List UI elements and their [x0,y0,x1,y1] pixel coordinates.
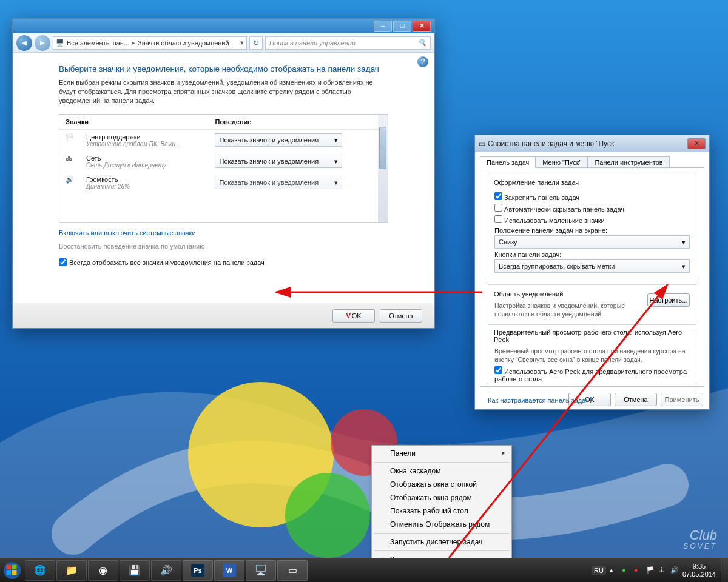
crumb-current[interactable]: Значки области уведомлений [138,39,229,47]
tab-taskbar[interactable]: Панель задач [480,156,536,168]
taskbar-icon: ▭ [479,139,485,148]
aero-peek-checkbox[interactable]: Использовать Aero Peek для предварительн… [494,366,690,383]
svg-rect-9 [12,570,17,575]
small-icons-checkbox[interactable]: Использовать маленькие значки [494,215,690,224]
menu-separator [374,533,509,534]
lang-indicator[interactable]: RU [592,566,606,575]
tab-toolbars[interactable]: Панели инструментов [588,156,669,168]
menu-sidebyside[interactable]: Отображать окна рядом [373,491,510,504]
menu-stack[interactable]: Отображать окна стопкой [373,478,510,491]
apply-button[interactable]: Применить [661,393,703,406]
refresh-button[interactable]: ↻ [249,36,263,50]
search-input[interactable]: Поиск в панели управления 🔍 [265,36,431,50]
taskbar-photoshop[interactable]: Ps [183,560,213,581]
window-titlebar[interactable]: – □ ✕ [13,19,434,33]
help-icon[interactable]: ? [417,56,428,67]
ps-icon: Ps [191,564,204,577]
behavior-combo[interactable]: Показать значок и уведомления▾ [215,155,342,168]
position-combo[interactable]: Снизу▾ [494,235,690,249]
autohide-checkbox[interactable]: Автоматически скрывать панель задач [494,204,690,213]
behavior-combo[interactable]: Показать значок и уведомления▾ [215,133,342,147]
cpl-icon: 🖥️ [254,564,268,577]
svg-point-1 [285,473,370,558]
ok-button[interactable]: VOK [332,309,375,323]
menu-cascade[interactable]: Окна каскадом [373,464,510,478]
menu-separator [374,550,509,551]
restore-defaults-link[interactable]: Восстановить поведение значка по умолчан… [59,242,388,250]
taskbar[interactable]: 🌐 📁 ◉ 💾 🔊 Ps W 🖥️ ▭ RU ▴ ● ● 🏳️ 🖧 🔊 9:35… [0,558,728,582]
scrollbar[interactable] [378,115,388,222]
nav-forward-button[interactable]: ► [35,35,50,51]
show-desktop-button[interactable] [721,558,728,583]
action-center-icon: 🏳️ [59,130,80,152]
icons-listbox: Значки Поведение 🏳️ Центр поддержки Устр… [59,114,388,223]
menu-task-manager[interactable]: Запустить диспетчер задач [373,535,510,549]
folder-icon: 🖥️ [56,39,64,47]
taskbar-word[interactable]: W [214,560,244,581]
taskbar-volume[interactable]: 🔊 [151,560,181,581]
behavior-combo[interactable]: Показать значок и уведомления▾ [215,176,342,189]
buttons-combo[interactable]: Всегда группировать, скрывать метки▾ [494,259,690,273]
volume-icon[interactable]: 🔊 [670,566,679,575]
maximize-button[interactable]: □ [393,21,411,32]
menu-separator [374,462,509,463]
svg-point-0 [188,382,334,527]
nav-back-button[interactable]: ◄ [16,35,32,51]
buttons-label: Кнопки панели задач: [494,251,690,258]
floppy-icon: 💾 [128,564,141,577]
svg-rect-6 [7,564,12,569]
taskbar-ie[interactable]: 🌐 [25,560,55,581]
network-icon: 🖧 [59,151,80,172]
system-tray: RU ▴ ● ● 🏳️ 🖧 🔊 9:35 07.05.2014 [587,563,721,578]
taskbar-save[interactable]: 💾 [120,560,150,581]
configure-button[interactable]: Настроить... [647,293,690,307]
svg-rect-8 [7,570,12,575]
network-icon[interactable]: 🖧 [658,566,667,575]
aero-peek-group: Предварительный просмотр рабочего стола,… [488,330,696,390]
breadcrumb[interactable]: 🖥️ Все элементы пан... ▸ Значки области … [53,36,247,50]
taskbar-control-panel[interactable]: 🖥️ [246,560,276,581]
folder-icon: 📁 [65,564,78,577]
table-row: 🔊 Громкость Динамики: 26% Показать значо… [59,172,378,193]
start-button[interactable] [0,558,24,583]
table-row: 🖧 Сеть Сеть Доступ к Интернету Показать … [59,151,378,172]
chrome-icon: ◉ [96,564,110,577]
taskbar-chrome[interactable]: ◉ [88,560,118,581]
lock-taskbar-checkbox[interactable]: Закрепить панель задач [494,192,690,201]
ie-icon: 🌐 [33,564,47,577]
cancel-button[interactable]: Отмена [380,309,422,323]
toggle-system-icons-link[interactable]: Включить или выключить системные значки [59,229,388,236]
taskbar-properties[interactable]: ▭ [277,560,308,581]
menu-panels[interactable]: Панели [373,447,510,460]
crumb-parent[interactable]: Все элементы пан... [67,39,129,47]
notification-group: Область уведомлений Настройка значков и … [488,284,696,325]
props-icon: ▭ [286,564,299,577]
watermark: Club SOVET [683,530,717,552]
flag-icon[interactable]: 🏳️ [646,566,655,575]
tab-strip: Панель задач Меню "Пуск" Панели инструме… [480,156,704,167]
notification-text: Настройка значков и уведомлений, которые… [494,301,634,318]
tray-chevron-icon[interactable]: ▴ [610,566,618,575]
tab-start-menu[interactable]: Меню "Пуск" [536,156,588,168]
window-titlebar[interactable]: ▭ Свойства панели задач и меню "Пуск" ✕ [475,135,709,152]
clock[interactable]: 9:35 07.05.2014 [682,563,716,578]
table-row: 🏳️ Центр поддержки Устранение проблем ПК… [59,130,378,152]
tray-red-icon[interactable]: ● [634,566,642,575]
tray-green-icon[interactable]: ● [622,566,630,575]
menu-undo[interactable]: Отменить Отображать рядом [373,518,510,531]
taskbar-explorer[interactable]: 📁 [56,560,87,581]
always-show-checkbox[interactable]: Всегда отображать все значки и уведомлен… [59,258,388,266]
col-behavior: Поведение [209,115,378,130]
explorer-nav: ◄ ► 🖥️ Все элементы пан... ▸ Значки обла… [13,33,434,53]
close-button[interactable]: ✕ [413,21,431,32]
col-icons: Значки [59,115,209,130]
search-icon: 🔍 [418,39,426,47]
appearance-group: Оформление панели задач Закрепить панель… [488,173,696,279]
close-button[interactable]: ✕ [687,138,706,149]
minimize-button[interactable]: – [374,21,392,32]
volume-icon: 🔊 [59,172,80,193]
word-icon: W [223,564,236,577]
taskbar-properties-window: ▭ Свойства панели задач и меню "Пуск" ✕ … [474,135,710,410]
menu-show-desktop[interactable]: Показать рабочий стол [373,504,510,518]
notification-icons-window: – □ ✕ ◄ ► 🖥️ Все элементы пан... ▸ Значк… [12,18,435,329]
